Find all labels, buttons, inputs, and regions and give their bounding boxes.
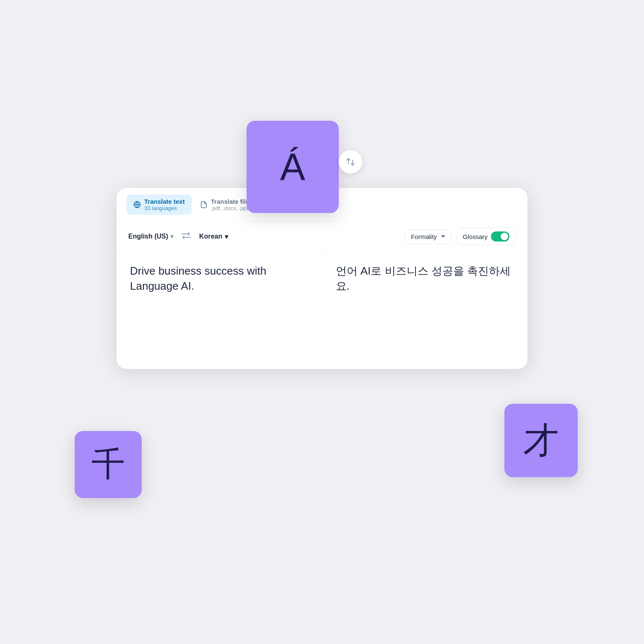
- character-tile-bottom-right-char: 才: [523, 416, 559, 465]
- source-text: Drive business success with Language AI.: [130, 263, 309, 294]
- glossary-toggle[interactable]: [491, 231, 509, 242]
- swap-bubble[interactable]: [339, 150, 362, 174]
- target-language-selector[interactable]: Korean ▾: [199, 233, 228, 241]
- glossary-label: Glossary: [463, 233, 488, 240]
- target-language-chevron: ▾: [225, 233, 228, 241]
- character-tile-bottom-left-char: 千: [91, 442, 125, 487]
- glossary-button[interactable]: Glossary: [457, 228, 516, 245]
- language-bar: English (US) ▾ Korean ▾ Formality Glossa…: [117, 222, 527, 252]
- globe-icon: [133, 201, 141, 208]
- tab-translate-text-sublabel: 33 languages: [144, 205, 185, 211]
- translation-panels: Drive business success with Language AI.…: [117, 252, 527, 369]
- main-card: Translate text 33 languages Translate fi…: [117, 188, 527, 369]
- source-language-chevron: ▾: [171, 234, 173, 239]
- formality-label: Formality: [411, 233, 437, 240]
- target-language-label: Korean: [199, 233, 222, 240]
- source-language-label: English (US): [128, 233, 168, 240]
- character-tile-bottom-left: 千: [75, 431, 142, 498]
- character-tile-top: Á: [247, 121, 339, 213]
- formality-button[interactable]: Formality: [405, 229, 452, 244]
- target-panel: 언어 AI로 비즈니스 성공을 촉진하세요.: [322, 252, 528, 369]
- translated-text: 언어 AI로 비즈니스 성공을 촉진하세요.: [336, 263, 514, 294]
- swap-icon: [345, 157, 356, 167]
- character-tile-bottom-right: 才: [504, 404, 578, 477]
- tab-translate-text[interactable]: Translate text 33 languages: [127, 195, 192, 215]
- character-tile-top-char: Á: [280, 145, 305, 189]
- tab-translate-text-label: Translate text: [144, 198, 185, 205]
- formality-chevron-icon: [441, 235, 445, 238]
- source-panel[interactable]: Drive business success with Language AI.: [117, 252, 322, 369]
- scene: Á Translate text 33 languages: [91, 133, 553, 511]
- language-swap-arrows[interactable]: [182, 232, 191, 241]
- file-icon: [200, 201, 208, 208]
- source-language-selector[interactable]: English (US) ▾: [128, 233, 173, 240]
